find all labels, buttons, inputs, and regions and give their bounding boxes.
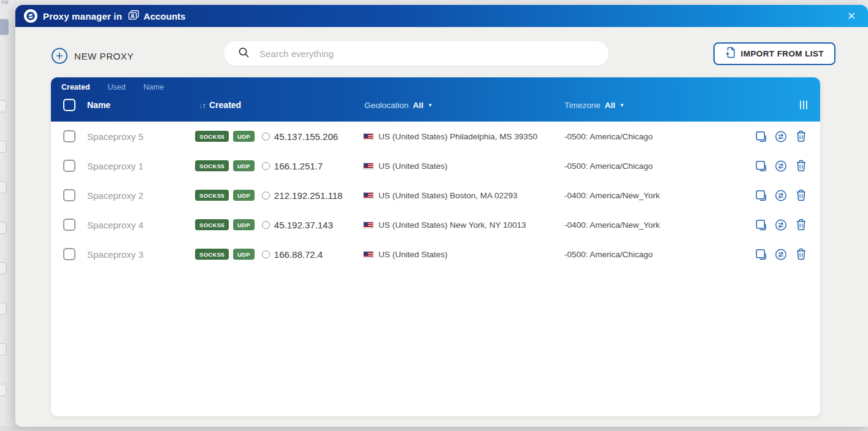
proxy-geolocation: US (United States) Boston, MA 02293 (378, 191, 518, 200)
proxy-name[interactable]: Spaceproxy 5 (87, 131, 195, 142)
proxy-ip[interactable]: 45.137.155.206 (274, 131, 338, 142)
row-checkbox[interactable] (63, 160, 75, 172)
delete-icon[interactable] (795, 130, 807, 142)
delete-icon[interactable] (795, 160, 807, 172)
proxy-ip[interactable]: 166.1.251.7 (274, 161, 323, 171)
delete-icon[interactable] (795, 248, 807, 260)
proxy-name[interactable]: Spaceproxy 2 (87, 190, 195, 201)
table-row: Spaceproxy 1 SOCKS5 UDP 166.1.251.7 US (… (51, 151, 820, 181)
tab-created[interactable]: Created (61, 83, 90, 91)
table-header-band: Created Used Name Name ↓ ↑ Created Geolo… (51, 77, 820, 122)
import-from-list-button[interactable]: IMPORT FROM LIST (713, 42, 835, 65)
proxy-ip[interactable]: 166.88.72.4 (274, 249, 323, 260)
sort-tabs: Created Used Name (51, 77, 820, 91)
new-proxy-label: NEW PROXY (74, 51, 134, 61)
protocol-badge: SOCKS5 (195, 160, 229, 171)
transfer-icon[interactable] (775, 130, 787, 142)
delete-icon[interactable] (795, 219, 807, 231)
us-flag-icon (363, 251, 374, 258)
import-file-icon (725, 47, 735, 61)
proxy-timezone: -0400: America/New_York (564, 220, 660, 230)
toolbar: NEW PROXY IMPORT FROM LIST (15, 27, 868, 76)
chevron-down-icon[interactable]: ▼ (620, 103, 624, 108)
us-flag-icon (363, 163, 374, 169)
column-header-row: Name ↓ ↑ Created Geolocation All ▼ Timez… (51, 93, 820, 117)
transport-badge: UDP (233, 219, 255, 230)
background-checkbox (0, 141, 7, 153)
proxy-geolocation: US (United States) New York, NY 10013 (378, 220, 526, 230)
table-row: Spaceproxy 3 SOCKS5 UDP 166.88.72.4 US (… (51, 239, 820, 269)
import-from-list-label: IMPORT FROM LIST (741, 49, 824, 58)
transfer-icon[interactable] (775, 160, 787, 172)
background-checkbox (0, 222, 7, 234)
background-checkbox (0, 262, 7, 274)
us-flag-icon (363, 192, 374, 199)
status-circle-icon (262, 221, 270, 229)
column-timezone: Timezone (564, 101, 601, 110)
protocol-badge: SOCKS5 (195, 219, 229, 230)
transport-badge: UDP (233, 249, 255, 260)
status-circle-icon (262, 192, 270, 200)
copy-icon[interactable] (755, 130, 767, 142)
geolocation-filter-value[interactable]: All (413, 101, 423, 110)
proxy-timezone: -0500: America/Chicago (564, 161, 653, 171)
copy-icon[interactable] (755, 160, 767, 172)
background-checkbox (0, 181, 7, 193)
tab-name[interactable]: Name (144, 83, 164, 91)
row-checkbox[interactable] (63, 219, 75, 231)
copy-icon[interactable] (755, 248, 767, 260)
delete-icon[interactable] (795, 189, 807, 201)
transfer-icon[interactable] (775, 189, 787, 201)
table-row: Spaceproxy 2 SOCKS5 UDP 212.192.251.118 … (51, 181, 820, 210)
transfer-icon[interactable] (775, 219, 787, 231)
row-checkbox[interactable] (63, 130, 75, 142)
copy-icon[interactable] (755, 219, 767, 231)
row-checkbox[interactable] (63, 189, 75, 201)
table-body: Spaceproxy 5 SOCKS5 UDP 45.137.155.206 U… (51, 122, 820, 269)
proxy-name[interactable]: Spaceproxy 4 (87, 220, 195, 230)
proxy-name[interactable]: Spaceproxy 1 (87, 161, 195, 171)
search-bar[interactable] (224, 41, 609, 66)
protocol-badge: SOCKS5 (195, 131, 229, 142)
titlebar: Proxy manager in Accounts ✕ (15, 5, 868, 27)
background-bottom-edge (0, 426, 868, 431)
proxy-geolocation: US (United States) Philadelphia, MS 3935… (378, 132, 537, 141)
transport-badge: UDP (233, 160, 255, 171)
protocol-badge: SOCKS5 (195, 249, 229, 260)
transport-badge: UDP (233, 131, 255, 142)
status-circle-icon (262, 133, 270, 141)
transfer-icon[interactable] (775, 248, 787, 260)
background-checkbox (0, 100, 7, 112)
columns-settings-icon[interactable] (800, 101, 807, 109)
proxy-ip[interactable]: 45.192.37.143 (274, 220, 333, 230)
proxy-ip[interactable]: 212.192.251.118 (274, 190, 343, 201)
accounts-context[interactable]: Accounts (128, 10, 185, 23)
row-checkbox[interactable] (63, 248, 75, 260)
select-all-checkbox[interactable] (63, 99, 75, 111)
close-icon[interactable]: ✕ (843, 8, 859, 24)
search-icon (238, 47, 250, 61)
search-input[interactable] (259, 49, 602, 59)
accounts-label: Accounts (144, 11, 185, 21)
status-circle-icon (262, 162, 270, 170)
column-created[interactable]: Created (209, 100, 241, 110)
table-row: Spaceproxy 4 SOCKS5 UDP 45.192.37.143 US… (51, 210, 820, 239)
status-circle-icon (262, 250, 270, 258)
tab-used[interactable]: Used (108, 83, 126, 91)
proxy-name[interactable]: Spaceproxy 3 (87, 249, 195, 260)
window-title: Proxy manager in (43, 11, 122, 21)
background-checkbox (0, 303, 7, 315)
copy-icon[interactable] (755, 189, 767, 201)
protocol-badge: SOCKS5 (195, 190, 229, 201)
timezone-filter-value[interactable]: All (605, 101, 615, 110)
transport-badge: UDP (233, 190, 255, 201)
background-partial-element (0, 19, 9, 35)
us-flag-icon (363, 222, 374, 228)
new-proxy-button[interactable]: NEW PROXY (52, 48, 134, 64)
column-name: Name (87, 100, 195, 110)
sort-asc-icon[interactable]: ↑ (202, 101, 207, 110)
background-checkbox (0, 384, 7, 396)
background-text-fragment: ne (1, 0, 9, 6)
chevron-down-icon[interactable]: ▼ (428, 103, 432, 108)
column-geolocation: Geolocation (364, 101, 409, 110)
